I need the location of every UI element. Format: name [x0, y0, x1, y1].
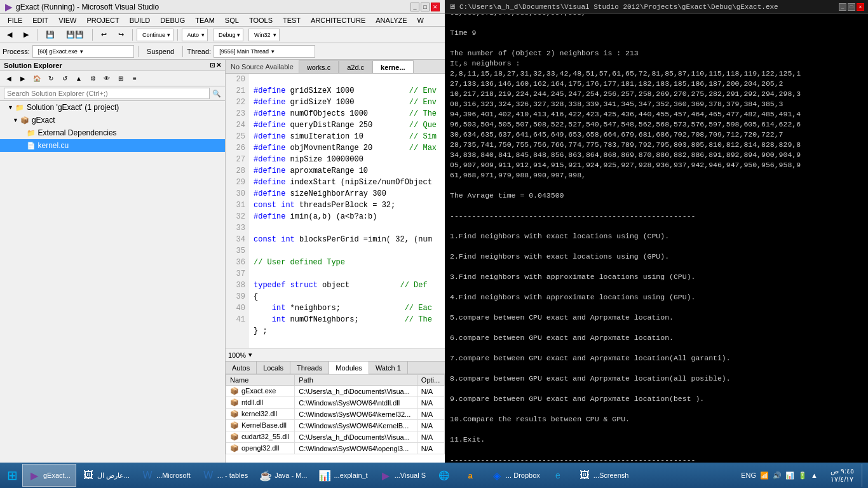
continue-dropdown[interactable]: Continue ▾ [137, 29, 173, 41]
lang-indicator[interactable]: ENG [741, 471, 756, 479]
modules-table-row[interactable]: 📦opengl32.dll C:\Windows\SysWOW64\opengl… [226, 443, 445, 454]
signal-icon[interactable]: 📊 [785, 471, 794, 480]
se-refresh-btn[interactable]: ↺ [58, 73, 71, 85]
process-dropdown[interactable]: [60] gExact.exe ▾ [32, 45, 134, 58]
tab-a2d-c[interactable]: a2d.c [339, 60, 372, 73]
module-opt-cell: N/A [417, 443, 444, 454]
menu-w[interactable]: W [412, 16, 429, 25]
menu-file[interactable]: FILE [3, 16, 27, 25]
console-panel: 🖥 C:\Users\a_h_d\Documents\Visual Studio… [445, 0, 868, 488]
minimize-button[interactable]: _ [410, 3, 419, 11]
menu-analyze[interactable]: ANALYZE [370, 16, 412, 25]
taskbar-word[interactable]: W ...Microsoft [135, 464, 196, 487]
menu-view[interactable]: VIEW [53, 16, 81, 25]
suspend-button[interactable]: Suspend [142, 46, 179, 57]
battery-icon[interactable]: 🔋 [798, 471, 807, 480]
se-search-input[interactable] [4, 88, 210, 99]
tree-external-deps[interactable]: 📁 External Dependencies [0, 126, 225, 139]
menu-architecture[interactable]: ARCHITECTURE [306, 16, 370, 25]
platform-dropdown[interactable]: Win32 ▾ [248, 29, 280, 41]
se-sync-btn[interactable]: ↻ [44, 73, 57, 85]
taskbar-viewer[interactable]: 🖼 عارض ال... [76, 464, 135, 487]
taskbar-ie[interactable]: e [546, 464, 573, 487]
tree-solution[interactable]: ▼ 📁 Solution 'gExact' (1 project) [0, 101, 225, 114]
debug-dropdown[interactable]: Debug ▾ [213, 29, 243, 41]
thread-dropdown[interactable]: [9556] Main Thread ▾ [214, 45, 315, 58]
taskbar-explain[interactable]: 📊 ...explain_t [313, 464, 373, 487]
module-name-cell: 📦kernel32.dll [226, 409, 295, 420]
tree-project[interactable]: ▼ 📦 gExact [0, 114, 225, 126]
modules-table-row[interactable]: 📦KernelBase.dll C:\Windows\SysWOW64\Kern… [226, 420, 445, 431]
tab-works-c[interactable]: works.c [299, 60, 339, 73]
tree-kernel-cu[interactable]: 📄 kernel.cu [0, 139, 225, 152]
menu-tools[interactable]: TOOLS [244, 16, 278, 25]
speaker-icon[interactable]: 🔊 [773, 471, 782, 480]
module-path-cell: C:\Users\a_h_d\Documents\Visua... [295, 431, 417, 443]
tab-kernel[interactable]: kerne... [372, 60, 414, 73]
se-forward-btn[interactable]: ▶ [17, 73, 29, 85]
modules-table-row[interactable]: 📦kernel32.dll C:\Windows\SysWOW64\kernel… [226, 409, 445, 420]
taskbar-gexact[interactable]: ▶ gExact... [22, 464, 76, 487]
se-close-btn[interactable]: ✕ [216, 62, 221, 69]
menu-build[interactable]: BUILD [125, 16, 155, 25]
tab-modules[interactable]: Modules [329, 362, 369, 374]
taskbar-java[interactable]: ☕ Java - M... [254, 464, 313, 487]
gexact-taskbar-icon: ▶ [28, 469, 41, 482]
taskbar-amazon[interactable]: a [458, 464, 485, 487]
tab-autos[interactable]: Autos [226, 362, 257, 374]
se-filter-btn[interactable]: ⊞ [114, 73, 127, 85]
se-back-btn[interactable]: ◀ [3, 73, 15, 85]
taskbar-tables[interactable]: W ... - tables [196, 464, 254, 487]
menu-team[interactable]: TEAM [190, 16, 220, 25]
redo-button[interactable]: ↪ [114, 29, 128, 41]
undo-button[interactable]: ↩ [97, 29, 111, 41]
close-button[interactable]: ✕ [431, 3, 440, 11]
code-editor[interactable]: 20 21 22 23 24 25 26 27 28 29 30 31 32 3… [226, 74, 445, 348]
se-collapse-btn[interactable]: ▲ [72, 73, 85, 85]
tab-threads[interactable]: Threads [290, 362, 329, 374]
menu-sql[interactable]: SQL [220, 16, 244, 25]
back-button[interactable]: ◀ [3, 29, 17, 41]
taskbar-chrome[interactable]: 🌐 [431, 464, 458, 487]
taskbar-screenshot[interactable]: 🖼 ...Screensh [573, 464, 635, 487]
console-minimize[interactable]: _ [839, 3, 846, 11]
taskbar-dropbox[interactable]: ◈ ... Dropbox [485, 464, 546, 487]
menu-edit[interactable]: EDIT [27, 16, 53, 25]
code-content[interactable]: #define gridSizeX 1000 // Env #define gr… [248, 74, 445, 348]
config-dropdown[interactable]: Auto ▾ [182, 29, 208, 41]
standard-toolbar: ◀ ▶ 💾 💾💾 ↩ ↪ Continue ▾ Auto ▾ Debug ▾ W… [0, 27, 445, 43]
se-home-btn[interactable]: 🏠 [31, 73, 43, 85]
explain-taskbar-icon: 📊 [318, 469, 331, 482]
save-all-button[interactable]: 💾💾 [62, 29, 88, 41]
menu-project[interactable]: PROJECT [81, 16, 124, 25]
se-settings-btn[interactable]: ≡ [128, 73, 141, 85]
tab-locals[interactable]: Locals [257, 362, 290, 374]
console-maximize[interactable]: □ [848, 3, 855, 11]
modules-table-row[interactable]: 📦ntdll.dll C:\Windows\SysWOW64\ntdll.dll… [226, 397, 445, 409]
modules-table-row[interactable]: 📦cudart32_55.dll C:\Users\a_h_d\Document… [226, 431, 445, 443]
save-button[interactable]: 💾 [41, 29, 59, 41]
windows-logo-icon: ⊞ [7, 468, 18, 483]
arrow-up-icon[interactable]: ▲ [811, 471, 818, 479]
show-desktop-btn[interactable] [862, 464, 865, 487]
menu-test[interactable]: TEST [278, 16, 306, 25]
network-icon[interactable]: 📶 [760, 471, 769, 480]
modules-table: Name Path Opti... 📦gExact.exe C:\Users\a… [226, 374, 445, 475]
menu-debug[interactable]: DEBUG [155, 16, 190, 25]
taskbar-start[interactable]: ⊞ [3, 464, 22, 487]
se-prop-btn[interactable]: ⚙ [86, 73, 99, 85]
se-search-box[interactable]: 🔍 [0, 86, 225, 101]
se-dock-btn[interactable]: ⊡ [210, 62, 215, 69]
zoom-dropdown[interactable]: ▾ [248, 351, 252, 359]
module-name-cell: 📦opengl32.dll [226, 443, 295, 454]
window-controls: _ □ ✕ [410, 3, 440, 11]
se-show-all-btn[interactable]: 👁 [100, 73, 113, 85]
maximize-button[interactable]: □ [421, 3, 430, 11]
project-arrow: ▼ [13, 117, 18, 123]
console-close[interactable]: ✕ [857, 3, 864, 11]
modules-table-row[interactable]: 📦gExact.exe C:\Users\a_h_d\Documents\Vis… [226, 386, 445, 397]
tab-watch1[interactable]: Watch 1 [369, 362, 408, 374]
module-path-cell: C:\Users\a_h_d\Documents\Visua... [295, 386, 417, 397]
forward-button[interactable]: ▶ [19, 29, 33, 41]
taskbar-vs2[interactable]: ▶ ...Visual S [374, 464, 431, 487]
